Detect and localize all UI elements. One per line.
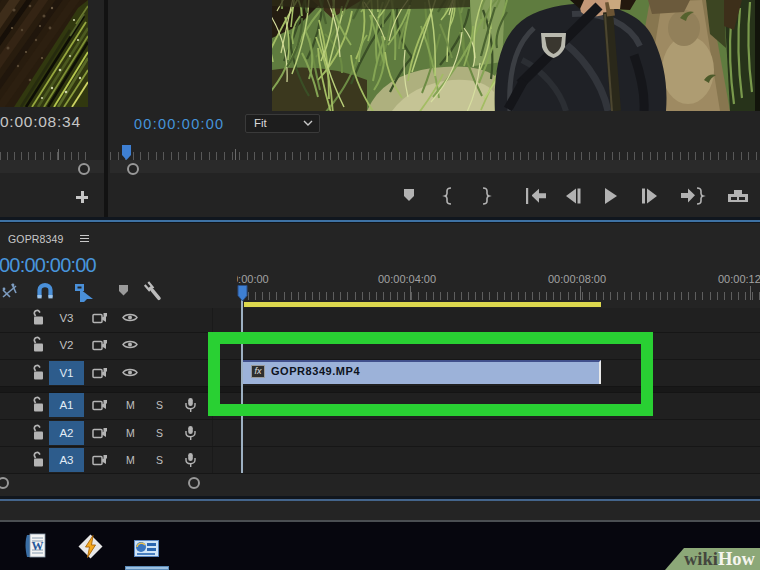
- svg-text:W: W: [32, 539, 44, 553]
